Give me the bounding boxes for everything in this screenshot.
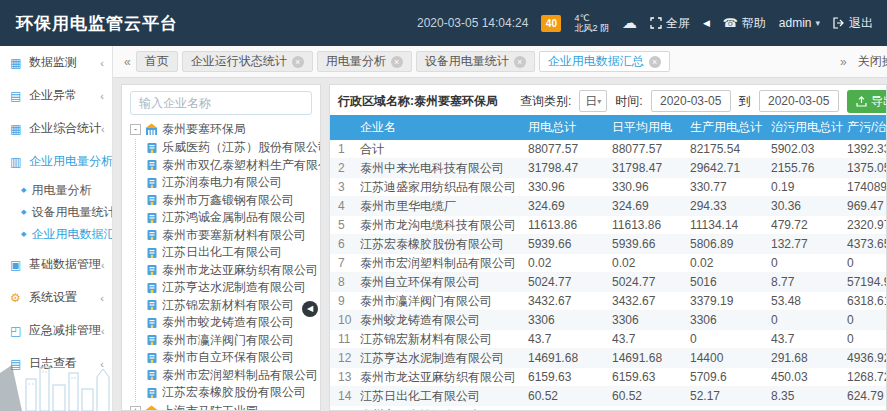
company-name: 泰州市万鑫锻钢有限公司 xyxy=(360,407,528,411)
table-row[interactable]: 7泰州市宏润塑料制品有限公司0.020.020.0200 xyxy=(330,254,886,273)
row-number: 11 xyxy=(330,332,360,346)
table-row[interactable]: 5泰州市龙沟电缆科技有限公司11613.8611613.8611134.1447… xyxy=(330,216,886,235)
table-row[interactable]: 4泰州市里华电缆厂324.69324.69294.3330.36969.47 xyxy=(330,197,886,216)
tab-5[interactable]: 企业用电数据汇总× xyxy=(539,51,670,72)
date-from-input[interactable] xyxy=(651,90,731,112)
chevron-right-icon: ‹ xyxy=(100,57,104,69)
column-header: 日平均用电 xyxy=(612,119,690,136)
org-icon xyxy=(145,405,158,411)
panel-collapse-icon[interactable]: ◀ xyxy=(302,301,318,317)
table-row[interactable]: 15泰州市万鑫锻钢有限公司830.04830.04772.4357.611340… xyxy=(330,406,886,411)
table-row[interactable]: 8泰州自立环保有限公司5024.775024.7750168.7757194.9… xyxy=(330,273,886,292)
tabs-scroll-right-icon[interactable]: » xyxy=(840,55,847,69)
tree-item-label: 江苏润泰电力有限公司 xyxy=(162,174,282,191)
row-number: 9 xyxy=(330,294,360,308)
row-number: 14 xyxy=(330,389,360,403)
tree-expander-icon[interactable]: + xyxy=(130,406,141,411)
table-row[interactable]: 12江苏亨达水泥制造有限公司14691.6814691.6814400291.6… xyxy=(330,349,886,368)
date-to-input[interactable] xyxy=(759,90,839,112)
tabs-scroll-left-icon[interactable]: « xyxy=(124,55,131,69)
enterprise-icon xyxy=(146,317,158,329)
company-name: 泰州蛟龙铸造有限公司 xyxy=(360,312,528,329)
logout-icon xyxy=(833,17,845,29)
help-button[interactable]: ☎ 帮助 xyxy=(723,15,766,32)
table-row[interactable]: 1合计88077.5788077.5782175.545902.031392.3… xyxy=(330,140,886,159)
tree-item[interactable]: 泰州市龙达亚麻纺织有限公司 xyxy=(146,262,320,280)
table-row[interactable]: 10泰州蛟龙铸造有限公司33063306330600 xyxy=(330,311,886,330)
cell-value: 0 xyxy=(690,332,771,346)
tab-close-icon[interactable]: × xyxy=(514,56,526,68)
table-row[interactable]: 14江苏日出化工有限公司60.5260.5252.178.35624.79 xyxy=(330,387,886,406)
tree-root[interactable]: +上海市马陆工业园 xyxy=(130,402,320,411)
table-row[interactable]: 2泰州中来光电科技有限公司31798.4731798.4729642.71215… xyxy=(330,159,886,178)
enterprise-icon xyxy=(146,334,158,346)
fullscreen-button[interactable]: 全屏 xyxy=(650,15,690,32)
sidebar-item-6[interactable]: ⚙系统设置‹ xyxy=(0,281,112,314)
enterprise-search-input[interactable] xyxy=(130,91,312,115)
cell-value: 60.52 xyxy=(528,389,612,403)
tree-root-label: 上海市马陆工业园 xyxy=(162,403,258,411)
tab-bar: « 首页企业运行状态统计×用电量分析×设备用电量统计×企业用电数据汇总× » 关… xyxy=(113,46,887,78)
sidebar-item-7[interactable]: ◰应急减排管理‹ xyxy=(0,314,112,347)
bullet-icon: ◆ xyxy=(21,208,26,216)
sidebar-item-4[interactable]: ▥企业用电量分析∨ xyxy=(0,145,112,178)
tree-item[interactable]: 泰州市双亿泰塑材料生产有限公司 xyxy=(146,157,320,175)
cell-value: 6159.63 xyxy=(612,370,690,384)
user-menu[interactable]: admin ▾ xyxy=(779,16,820,30)
tree-item[interactable]: 江苏鸿诚金属制品有限公司 xyxy=(146,209,320,227)
tree-item-label: 泰州市要塞新材料有限公司 xyxy=(162,227,306,244)
tree-item[interactable]: 泰州市要塞新材料有限公司 xyxy=(146,227,320,245)
export-button[interactable]: 导出 xyxy=(847,90,887,113)
table-row[interactable]: 11江苏锦宏新材料有限公司43.743.7043.70 xyxy=(330,330,886,349)
cell-value: 5024.77 xyxy=(528,275,612,289)
tree-item[interactable]: 泰州市宏润塑料制品有限公司 xyxy=(146,367,320,385)
tab-3[interactable]: 用电量分析× xyxy=(317,51,412,72)
cell-value: 8.77 xyxy=(771,275,847,289)
tree-item[interactable]: 泰州市自立环保有限公司 xyxy=(146,349,320,367)
tree-item[interactable]: 乐威医药（江苏）股份有限公司 xyxy=(146,139,320,157)
tree-item-label: 泰州市瀛洋阀门有限公司 xyxy=(162,332,294,349)
tree-item-label: 泰州市蛟龙铸造有限公司 xyxy=(162,314,294,331)
cell-value: 14400 xyxy=(690,351,771,365)
tab-close-icon[interactable]: × xyxy=(292,56,304,68)
cell-value: 174089.47 xyxy=(847,180,887,194)
tab-4[interactable]: 设备用电量统计× xyxy=(416,51,535,72)
sidebar-subitem[interactable]: ◆企业用电数据汇总 xyxy=(0,223,112,245)
tree-expander-icon[interactable]: - xyxy=(130,124,141,135)
tab-close-icon[interactable]: × xyxy=(649,56,661,68)
tree-item[interactable]: 泰州市蛟龙铸造有限公司 xyxy=(146,314,320,332)
table-row[interactable]: 6江苏宏泰橡胶股份有限公司5939.665939.665806.89132.77… xyxy=(330,235,886,254)
close-operations-menu[interactable]: 关闭操作 xyxy=(858,53,887,70)
app-root: 环保用电监管云平台 2020-03-05 14:04:24 40 4℃ 北风2 … xyxy=(0,0,887,411)
row-number: 13 xyxy=(330,370,360,384)
tree-item[interactable]: 江苏锦宏新材料有限公司 xyxy=(146,297,320,315)
tree-item[interactable]: 江苏宏泰橡胶股份有限公司 xyxy=(146,384,320,402)
table-row[interactable]: 3江苏迪盛家用纺织品有限公司330.96330.96330.770.191740… xyxy=(330,178,886,197)
app-header: 环保用电监管云平台 2020-03-05 14:04:24 40 4℃ 北风2 … xyxy=(0,0,887,46)
weather-text: 4℃ 北风2 阴 xyxy=(574,13,609,33)
tree-item[interactable]: 江苏润泰电力有限公司 xyxy=(146,174,320,192)
table-row[interactable]: 9泰州市瀛洋阀门有限公司3432.673432.673379.1953.4863… xyxy=(330,292,886,311)
sidebar-item-3[interactable]: ▦企业综合统计‹ xyxy=(0,112,112,145)
sidebar-subitem[interactable]: ◆设备用电量统计 xyxy=(0,201,112,223)
enterprise-tree-panel: -泰州要塞环保局乐威医药（江苏）股份有限公司泰州市双亿泰塑材料生产有限公司江苏润… xyxy=(121,84,321,411)
sidebar-item-5[interactable]: ▣基础数据管理‹ xyxy=(0,248,112,281)
sidebar-subitem[interactable]: ◆用电量分析 xyxy=(0,179,112,201)
tree-root[interactable]: -泰州要塞环保局 xyxy=(130,120,320,139)
tab-2[interactable]: 企业运行状态统计× xyxy=(182,51,313,72)
tree-item[interactable]: 江苏亨达水泥制造有限公司 xyxy=(146,279,320,297)
sidebar-item-1[interactable]: ▦数据监测‹ xyxy=(0,46,112,79)
wind-text: 北风2 阴 xyxy=(574,23,609,33)
category-select[interactable]: 日 ▾ xyxy=(579,90,607,112)
tab-close-icon[interactable]: × xyxy=(391,56,403,68)
tree-item[interactable]: 泰州市万鑫锻钢有限公司 xyxy=(146,192,320,210)
sidebar-item-2[interactable]: ▤企业异常‹ xyxy=(0,79,112,112)
tab-1[interactable]: 首页 xyxy=(136,51,178,72)
tree-item[interactable]: 江苏日出化工有限公司 xyxy=(146,244,320,262)
collapse-left-icon[interactable]: ◀ xyxy=(703,18,710,28)
enterprise-icon xyxy=(146,159,158,171)
table-row[interactable]: 13泰州市龙达亚麻纺织有限公司6159.636159.635709.6450.0… xyxy=(330,368,886,387)
tree-item[interactable]: 泰州市瀛洋阀门有限公司 xyxy=(146,332,320,350)
logout-button[interactable]: 退出 xyxy=(833,15,873,32)
tab-label: 用电量分析 xyxy=(326,53,386,70)
